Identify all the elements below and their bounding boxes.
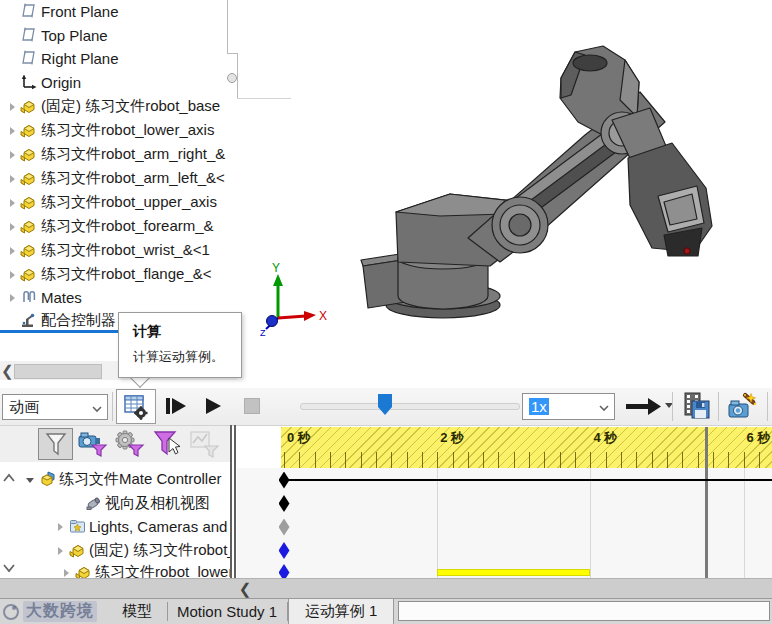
expand-icon[interactable] <box>56 522 66 532</box>
feature-tree-item[interactable]: 练习文件robot_arm_right_& <box>0 143 237 166</box>
filter-animated-button[interactable] <box>75 428 110 460</box>
watermark-text: 大数跨境 <box>23 601 97 622</box>
expand-icon[interactable] <box>26 475 36 485</box>
save-animation-button[interactable] <box>678 390 716 422</box>
ruler-time-label: 2 秒 <box>440 429 464 447</box>
part-icon <box>69 542 86 559</box>
watermark-icon <box>2 603 20 621</box>
lights-folder-icon <box>69 518 86 535</box>
panel-splitter[interactable] <box>234 425 236 578</box>
expand-icon[interactable] <box>8 174 18 184</box>
ruler-ticks <box>284 452 772 468</box>
expand-icon[interactable] <box>8 293 18 303</box>
play-from-start-icon <box>165 396 187 416</box>
tree-item-label: 练习文件robot_arm_right_& <box>41 145 225 164</box>
timeline-horizontal-scrollbar[interactable]: ❮ <box>0 578 772 598</box>
motion-tree-item[interactable]: 练习文件Mate Controller <box>0 468 230 491</box>
motion-tree-label: (固定) 练习文件robot_base <box>89 541 230 560</box>
play-icon <box>204 396 222 416</box>
timeline-ruler[interactable]: 0 秒2 秒4 秒6 秒 <box>281 427 772 468</box>
funnel-cursor-icon <box>153 430 181 458</box>
view-orientation-icon <box>85 495 102 512</box>
filter-all-button[interactable] <box>38 428 73 460</box>
expand-icon[interactable] <box>56 546 66 556</box>
tooltip-description: 计算运动算例。 <box>133 348 241 366</box>
timebar-highlight[interactable] <box>437 569 590 576</box>
speed-value: 1x <box>529 398 549 415</box>
tab-motion-study-1[interactable]: Motion Study 1 <box>168 599 286 624</box>
stop-button[interactable] <box>241 392 263 420</box>
chevron-down-icon <box>91 399 107 416</box>
expand-icon[interactable] <box>8 198 18 208</box>
tree-item-label: Mates <box>41 289 82 306</box>
filter-selected-button[interactable] <box>149 428 184 460</box>
calculate-icon <box>123 394 149 420</box>
motion-tree-item[interactable]: 练习文件robot_lower_axis <box>0 561 230 578</box>
triad-z-label: Z <box>260 328 266 338</box>
speed-combo[interactable]: 1x <box>522 393 615 420</box>
timeline-area[interactable]: 0 秒2 秒4 秒6 秒 <box>237 425 772 578</box>
tree-item-label: Front Plane <box>41 3 119 20</box>
playback-speed-slider[interactable] <box>300 403 520 410</box>
study-type-value: 动画 <box>3 398 91 417</box>
animation-wizard-button[interactable] <box>723 390 763 422</box>
tree-item-label: Origin <box>41 74 81 91</box>
motion-tree-label: 练习文件Mate Controller <box>59 470 222 489</box>
feature-tree-item[interactable]: 练习文件robot_forearm_& <box>0 215 237 238</box>
motion-tree-item[interactable]: Lights, Cameras and Scene <box>0 515 230 538</box>
expand-icon[interactable] <box>62 568 72 578</box>
feature-tree-item[interactable]: Origin <box>0 71 237 94</box>
feature-tree-item[interactable]: Mates <box>0 286 237 309</box>
calculate-button[interactable] <box>116 389 156 424</box>
feature-tree-item[interactable]: (固定) 练习文件robot_base <box>0 95 237 118</box>
feature-manager-tree: Front PlaneTop PlaneRight PlaneOrigin(固定… <box>0 0 237 332</box>
toolbar-separator <box>672 392 673 421</box>
feature-tree-item[interactable]: Top Plane <box>0 24 237 47</box>
expand-icon[interactable] <box>8 126 18 136</box>
slider-handle[interactable] <box>378 394 392 415</box>
feature-tree-item[interactable]: Right Plane <box>0 47 237 70</box>
expand-icon[interactable] <box>8 246 18 256</box>
scroll-left-icon[interactable]: ❮ <box>238 580 252 598</box>
tooltip-title: 计算 <box>133 323 241 341</box>
mate-controller-icon <box>20 312 37 329</box>
tree-item-label: 配合控制器 <box>41 311 116 330</box>
toolbar-separator <box>767 392 768 421</box>
expand-icon[interactable] <box>8 270 18 280</box>
filter-results-button[interactable] <box>187 428 222 460</box>
feature-tree-item[interactable]: 练习文件robot_upper_axis <box>0 191 237 214</box>
watermark-logo: 大数跨境 <box>2 601 97 622</box>
key-duration-line <box>284 479 772 481</box>
expand-icon[interactable] <box>8 150 18 160</box>
calculate-tooltip: 计算 计算运动算例。 <box>118 312 242 378</box>
play-from-start-button[interactable] <box>160 392 192 420</box>
motion-tree-item[interactable]: (固定) 练习文件robot_base <box>0 539 230 562</box>
feature-tree-item[interactable]: 练习文件robot_arm_left_&< <box>0 167 237 190</box>
scrollbar-thumb[interactable] <box>14 364 102 379</box>
save-animation-icon <box>683 392 711 420</box>
play-button[interactable] <box>197 392 229 420</box>
feature-tree-item[interactable]: 练习文件robot_wrist_&<1 <box>0 239 237 262</box>
panel-splitter[interactable] <box>230 425 232 578</box>
timeline-gridline <box>437 468 438 578</box>
feature-tree-item[interactable]: Front Plane <box>0 0 237 23</box>
expand-icon[interactable] <box>8 102 18 112</box>
motion-tree-item[interactable]: 视向及相机视图 <box>0 492 230 515</box>
study-type-combo[interactable]: 动画 <box>2 394 108 420</box>
tree-item-label: (固定) 练习文件robot_base <box>41 97 220 116</box>
scroll-left-icon[interactable]: ❮ <box>1 361 13 380</box>
timeline-body[interactable] <box>237 468 772 578</box>
animation-end-marker[interactable] <box>705 427 708 578</box>
mates-icon <box>20 289 37 306</box>
playback-mode-icon <box>626 396 662 416</box>
feature-tree-item[interactable]: 练习文件robot_lower_axis <box>0 119 237 142</box>
tab-motion-study-cn-1[interactable]: 运动算例 1 <box>288 599 394 624</box>
motion-study-tree: 练习文件Mate Controller视向及相机视图Lights, Camera… <box>0 462 230 578</box>
expand-icon[interactable] <box>8 222 18 232</box>
filter-driving-button[interactable] <box>112 428 147 460</box>
feature-tree-item[interactable]: 练习文件robot_flange_&< <box>0 263 237 286</box>
part-icon <box>75 564 92 578</box>
playback-mode-button[interactable] <box>624 392 664 420</box>
camera-funnel-icon <box>78 430 108 458</box>
tab-model[interactable]: 模型 <box>108 599 166 624</box>
